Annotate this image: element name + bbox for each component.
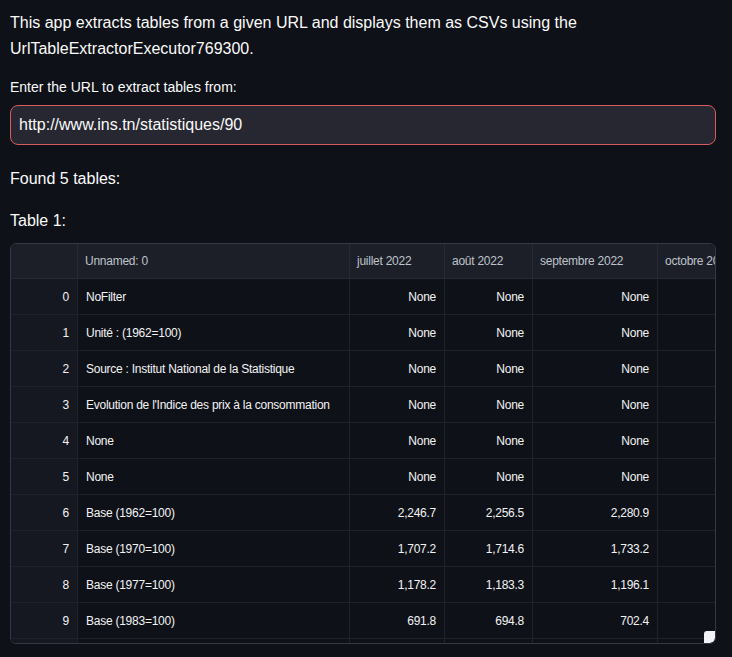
table-cell[interactable]: None (658, 315, 717, 351)
table-header: Unnamed: 0juillet 2022août 2022septembre… (11, 244, 716, 279)
row-index[interactable]: 4 (11, 423, 78, 459)
url-input[interactable] (10, 105, 716, 145)
row-index[interactable]: 9 (11, 603, 78, 639)
table-cell[interactable]: Unité : (1962=100) (78, 315, 350, 351)
table-row: 9Base (1983=100)691.8694.8702.4709.7 (11, 603, 716, 639)
header-row: Unnamed: 0juillet 2022août 2022septembre… (11, 244, 716, 279)
table-cell[interactable]: None (445, 351, 533, 387)
table-cell[interactable]: 2,304.7 (658, 495, 717, 531)
table-cell[interactable]: None (350, 351, 445, 387)
table-cell[interactable] (350, 639, 445, 645)
table-cell[interactable]: None (350, 279, 445, 315)
table-cell[interactable]: None (533, 423, 658, 459)
column-header[interactable]: octobre 2022 (658, 244, 717, 279)
table-row: 6Base (1962=100)2,246.72,256.52,280.92,3… (11, 495, 716, 531)
table-cell[interactable]: Source : Institut National de la Statist… (78, 351, 350, 387)
table-cell[interactable]: 1,196.1 (533, 567, 658, 603)
table-title: Table 1: (10, 208, 716, 233)
table-cell[interactable]: 1,183.3 (445, 567, 533, 603)
column-header[interactable]: août 2022 (445, 244, 533, 279)
table-cell[interactable]: None (445, 423, 533, 459)
table-cell[interactable]: None (533, 387, 658, 423)
row-index[interactable]: 6 (11, 495, 78, 531)
column-header[interactable]: juillet 2022 (350, 244, 445, 279)
table-cell[interactable]: Base (1983=100) (78, 603, 350, 639)
table-row: 0NoFilterNoneNoneNoneNone (11, 279, 716, 315)
table-row: 7Base (1970=100)1,707.21,714.61,733.21,7… (11, 531, 716, 567)
table-cell[interactable]: 2,280.9 (533, 495, 658, 531)
column-header[interactable] (11, 244, 78, 279)
table-cell[interactable]: NoFilter (78, 279, 350, 315)
url-input-label: Enter the URL to extract tables from: (10, 79, 716, 96)
column-header[interactable]: Unnamed: 0 (78, 244, 350, 279)
table-cell[interactable]: None (350, 387, 445, 423)
table-cell[interactable]: 2,246.7 (350, 495, 445, 531)
table-cell[interactable]: None (350, 423, 445, 459)
table-cell[interactable]: None (533, 351, 658, 387)
table-row: 8Base (1977=100)1,178.21,183.31,196.11,2… (11, 567, 716, 603)
table-body: 0NoFilterNoneNoneNoneNone1Unité : (1962=… (11, 279, 716, 645)
table-cell[interactable]: 1,714.6 (445, 531, 533, 567)
table-cell[interactable]: None (445, 315, 533, 351)
table-cell[interactable]: 1,707.2 (350, 531, 445, 567)
table-cell[interactable]: Base (1962=100) (78, 495, 350, 531)
table-cell[interactable]: None (658, 459, 717, 495)
table-row: 1Unité : (1962=100)NoneNoneNoneNone (11, 315, 716, 351)
row-index[interactable]: 0 (11, 279, 78, 315)
table-cell[interactable] (445, 639, 533, 645)
table-cell[interactable]: None (78, 459, 350, 495)
table-row: Base (1990=100) (11, 639, 716, 645)
table-cell[interactable]: None (445, 387, 533, 423)
row-index[interactable]: 7 (11, 531, 78, 567)
table-cell[interactable]: Evolution de l'Indice des prix à la cons… (78, 387, 350, 423)
row-index[interactable]: 3 (11, 387, 78, 423)
table-cell[interactable]: None (350, 459, 445, 495)
table-cell[interactable]: None (658, 423, 717, 459)
table-cell[interactable]: None (445, 279, 533, 315)
table-cell[interactable]: None (658, 387, 717, 423)
row-index[interactable]: 8 (11, 567, 78, 603)
row-index[interactable]: 5 (11, 459, 78, 495)
table-cell[interactable]: 2,256.5 (445, 495, 533, 531)
table-row: 4NoneNoneNoneNoneNone (11, 423, 716, 459)
row-index[interactable]: 1 (11, 315, 78, 351)
table-row: 5NoneNoneNoneNoneNone (11, 459, 716, 495)
table-cell[interactable]: 1,751.3 (658, 531, 717, 567)
table-cell[interactable]: None (533, 315, 658, 351)
table-cell[interactable] (533, 639, 658, 645)
row-index[interactable]: 2 (11, 351, 78, 387)
table-cell[interactable]: None (533, 279, 658, 315)
table-cell[interactable]: None (533, 459, 658, 495)
table-cell[interactable]: 1,733.2 (533, 531, 658, 567)
found-tables-text: Found 5 tables: (10, 166, 716, 191)
table-cell[interactable]: None (350, 315, 445, 351)
resize-handle-icon[interactable] (704, 631, 715, 643)
table-cell[interactable]: None (78, 423, 350, 459)
table-cell[interactable]: None (658, 279, 717, 315)
table-cell[interactable]: 1,178.2 (350, 567, 445, 603)
table-cell[interactable]: None (445, 459, 533, 495)
app-root: This app extracts tables from a given UR… (0, 0, 732, 644)
table-cell[interactable]: 694.8 (445, 603, 533, 639)
dataframe-container: Unnamed: 0juillet 2022août 2022septembre… (10, 243, 716, 644)
data-table: Unnamed: 0juillet 2022août 2022septembre… (11, 244, 716, 644)
column-header[interactable]: septembre 2022 (533, 244, 658, 279)
table-cell[interactable]: 702.4 (533, 603, 658, 639)
table-cell[interactable]: Base (1977=100) (78, 567, 350, 603)
table-row: 2Source : Institut National de la Statis… (11, 351, 716, 387)
row-index[interactable] (11, 639, 78, 645)
table-cell[interactable]: None (658, 351, 717, 387)
table-cell[interactable]: 691.8 (350, 603, 445, 639)
table-cell[interactable]: Base (1970=100) (78, 531, 350, 567)
table-cell[interactable]: Base (1990=100) (78, 639, 350, 645)
app-description: This app extracts tables from a given UR… (10, 10, 716, 62)
table-cell[interactable]: 1,208.6 (658, 567, 717, 603)
table-row: 3Evolution de l'Indice des prix à la con… (11, 387, 716, 423)
